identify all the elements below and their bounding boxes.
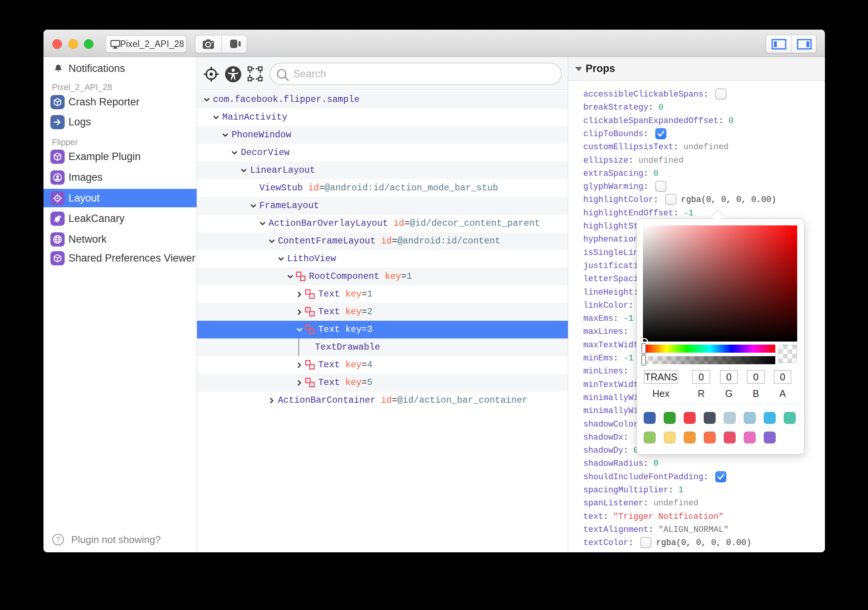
svg-text:?: ? — [56, 536, 60, 543]
